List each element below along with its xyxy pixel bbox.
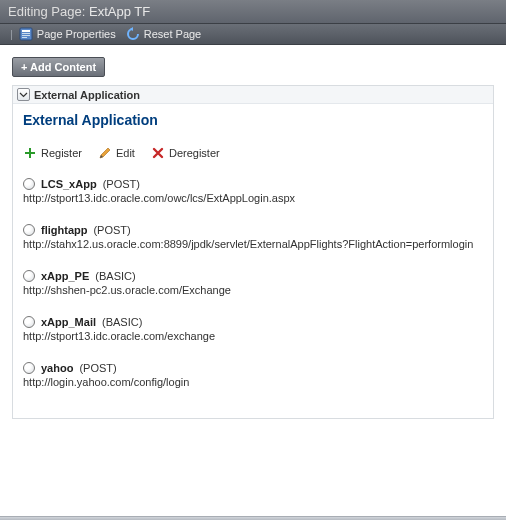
app-name: LCS_xApp: [41, 178, 97, 190]
panel-header: External Application: [13, 86, 493, 104]
app-method: (POST): [79, 362, 116, 374]
add-content-button[interactable]: + Add Content: [12, 57, 105, 77]
svg-rect-4: [22, 37, 27, 38]
panel-header-label: External Application: [34, 89, 140, 101]
app-radio[interactable]: [23, 178, 35, 190]
app-method: (BASIC): [95, 270, 135, 282]
app-list: LCS_xApp (POST)http://stport13.idc.oracl…: [23, 178, 483, 388]
external-app-panel: External Application External Applicatio…: [12, 85, 494, 419]
svg-rect-6: [25, 152, 35, 154]
app-name: xApp_PE: [41, 270, 89, 282]
app-item: flightapp (POST)http://stahx12.us.oracle…: [23, 224, 483, 250]
reset-page-label: Reset Page: [144, 28, 201, 40]
toolbar-separator: |: [10, 28, 13, 40]
pencil-icon: [98, 146, 112, 160]
panel-title: External Application: [23, 112, 483, 128]
app-name: xApp_Mail: [41, 316, 96, 328]
app-item: xApp_PE (BASIC)http://shshen-pc2.us.orac…: [23, 270, 483, 296]
app-method: (POST): [103, 178, 140, 190]
register-button[interactable]: Register: [23, 146, 82, 160]
app-item: LCS_xApp (POST)http://stport13.idc.oracl…: [23, 178, 483, 204]
app-url: http://stport13.idc.oracle.com/owc/lcs/E…: [23, 192, 483, 204]
app-name: yahoo: [41, 362, 73, 374]
plus-icon: [23, 146, 37, 160]
footer-rule: [0, 516, 506, 520]
svg-rect-2: [22, 33, 30, 34]
app-url: http://shshen-pc2.us.oracle.com/Exchange: [23, 284, 483, 296]
app-item: yahoo (POST)http://login.yahoo.com/confi…: [23, 362, 483, 388]
action-row: Register Edit: [23, 146, 483, 160]
svg-rect-3: [22, 35, 30, 36]
edit-button[interactable]: Edit: [98, 146, 135, 160]
content-area: + Add Content External Application Exter…: [0, 45, 506, 431]
app-url: http://login.yahoo.com/config/login: [23, 376, 483, 388]
x-icon: [151, 146, 165, 160]
app-method: (BASIC): [102, 316, 142, 328]
app-url: http://stahx12.us.oracle.com:8899/jpdk/s…: [23, 238, 483, 250]
deregister-button[interactable]: Deregister: [151, 146, 220, 160]
svg-rect-1: [22, 30, 30, 32]
editing-prefix: Editing Page:: [8, 4, 85, 19]
app-method: (POST): [93, 224, 130, 236]
reset-page-button[interactable]: Reset Page: [126, 27, 201, 41]
editing-title: ExtApp TF: [89, 4, 150, 19]
app-name: flightapp: [41, 224, 87, 236]
reset-icon: [126, 27, 140, 41]
page-properties-label: Page Properties: [37, 28, 116, 40]
add-content-label: + Add Content: [21, 61, 96, 73]
app-url: http://stport13.idc.oracle.com/exchange: [23, 330, 483, 342]
panel-body: External Application Register: [13, 104, 493, 418]
page-properties-button[interactable]: Page Properties: [19, 27, 116, 41]
app-radio[interactable]: [23, 224, 35, 236]
editing-header: Editing Page: ExtApp TF: [0, 0, 506, 24]
app-radio[interactable]: [23, 270, 35, 282]
collapse-toggle[interactable]: [17, 88, 30, 101]
page-properties-icon: [19, 27, 33, 41]
app-item: xApp_Mail (BASIC)http://stport13.idc.ora…: [23, 316, 483, 342]
editing-toolbar: | Page Properties Reset Page: [0, 24, 506, 45]
register-label: Register: [41, 147, 82, 159]
edit-label: Edit: [116, 147, 135, 159]
app-radio[interactable]: [23, 316, 35, 328]
app-radio[interactable]: [23, 362, 35, 374]
deregister-label: Deregister: [169, 147, 220, 159]
